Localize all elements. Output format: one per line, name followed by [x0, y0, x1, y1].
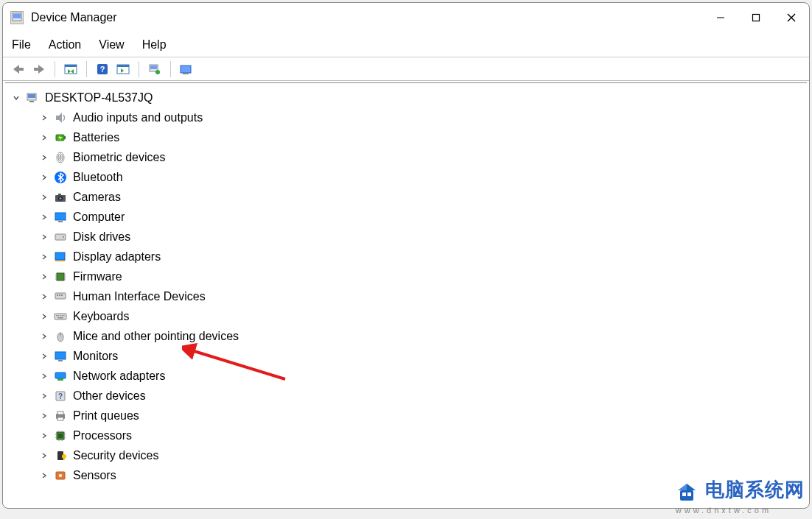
help-button[interactable]: ?: [93, 61, 112, 77]
action-button[interactable]: [113, 61, 133, 77]
device-tree[interactable]: DESKTOP-4L537JQ Audio inputs and outputs…: [5, 83, 807, 506]
svg-rect-84: [63, 456, 64, 460]
tree-item-label: Network adapters: [73, 370, 165, 383]
svg-text:?: ?: [58, 392, 63, 400]
tree-item-hid[interactable]: Human Interface Devices: [11, 286, 807, 306]
svg-rect-20: [181, 66, 191, 73]
tree-item-label: Computer: [73, 211, 125, 224]
chevron-right-icon[interactable]: [39, 152, 49, 163]
chevron-right-icon[interactable]: [39, 212, 49, 222]
svg-rect-63: [55, 352, 66, 359]
menu-view[interactable]: View: [99, 38, 124, 52]
svg-rect-56: [58, 315, 60, 317]
tree-item-mice[interactable]: Mice and other pointing devices: [11, 326, 807, 346]
chevron-right-icon[interactable]: [39, 232, 49, 242]
chevron-down-icon[interactable]: [11, 93, 21, 103]
svg-rect-43: [57, 273, 64, 280]
svg-rect-15: [117, 65, 129, 67]
nav-back-button[interactable]: [9, 61, 28, 77]
menubar: File Action View Help: [3, 32, 809, 57]
tree-root-row[interactable]: DESKTOP-4L537JQ: [11, 88, 807, 107]
chevron-right-icon[interactable]: [39, 272, 49, 282]
monitor-icon: [54, 350, 67, 363]
tree-item-monitors[interactable]: Monitors: [11, 346, 807, 366]
toolbar: ?: [3, 57, 809, 81]
camera-icon: [54, 191, 67, 204]
svg-rect-9: [65, 65, 77, 67]
sensor-icon: [54, 469, 67, 482]
chevron-right-icon[interactable]: [39, 252, 49, 262]
tree-item-label: Monitors: [73, 350, 118, 363]
content-area: DESKTOP-4L537JQ Audio inputs and outputs…: [5, 82, 807, 506]
svg-marker-25: [56, 113, 62, 123]
cpu-icon: [54, 429, 67, 442]
tree-item-label: Security devices: [73, 449, 159, 462]
svg-point-40: [63, 236, 64, 238]
chevron-right-icon[interactable]: [39, 470, 49, 481]
tree-item-batteries[interactable]: Batteries: [11, 127, 807, 147]
tree-item-security-devices[interactable]: Security devices: [11, 445, 807, 465]
chevron-right-icon[interactable]: [39, 113, 49, 123]
tree-item-keyboards[interactable]: Keyboards: [11, 306, 807, 326]
keyboard-icon: [54, 310, 67, 323]
chevron-right-icon[interactable]: [39, 351, 49, 361]
maximize-button[interactable]: [738, 3, 774, 32]
svg-marker-16: [121, 68, 124, 73]
svg-rect-51: [57, 294, 58, 296]
chevron-right-icon[interactable]: [39, 431, 49, 441]
svg-rect-1: [13, 14, 21, 18]
tree-item-firmware[interactable]: Firmware: [11, 266, 807, 286]
chevron-right-icon[interactable]: [39, 331, 49, 342]
menu-file[interactable]: File: [12, 38, 31, 52]
chevron-right-icon[interactable]: [39, 133, 49, 143]
chevron-right-icon[interactable]: [39, 371, 49, 381]
menu-help[interactable]: Help: [142, 38, 167, 52]
chevron-right-icon[interactable]: [39, 292, 49, 302]
tree-item-cameras[interactable]: Cameras: [11, 187, 807, 207]
svg-marker-7: [34, 65, 44, 74]
svg-rect-36: [58, 194, 61, 196]
chevron-right-icon[interactable]: [39, 311, 49, 322]
tree-item-label: Mice and other pointing devices: [73, 330, 239, 343]
tree-item-label: Bluetooth: [73, 171, 123, 184]
tree-item-biometric[interactable]: Biometric devices: [11, 147, 807, 167]
chevron-right-icon[interactable]: [39, 172, 49, 183]
nav-forward-button[interactable]: [29, 61, 49, 77]
tree-item-label: Disk drives: [73, 230, 130, 244]
tree-item-computer[interactable]: Computer: [11, 207, 807, 227]
titlebar: Device Manager: [3, 3, 809, 32]
svg-rect-18: [150, 66, 157, 69]
svg-rect-27: [64, 136, 66, 139]
chip-icon: [54, 270, 67, 283]
svg-rect-37: [55, 213, 66, 220]
add-legacy-hardware-button[interactable]: [177, 61, 196, 77]
tree-item-audio[interactable]: Audio inputs and outputs: [11, 107, 807, 127]
battery-icon: [54, 131, 67, 144]
chevron-right-icon[interactable]: [39, 411, 49, 421]
minimize-button[interactable]: [703, 3, 738, 32]
tree-item-other-devices[interactable]: ? Other devices: [11, 386, 807, 406]
chevron-right-icon[interactable]: [39, 391, 49, 401]
tree-item-print-queues[interactable]: Print queues: [11, 406, 807, 426]
tree-item-label: Batteries: [73, 131, 119, 144]
tree-item-label: Print queues: [73, 409, 139, 423]
tree-item-processors[interactable]: Processors: [11, 426, 807, 445]
tree-item-label: Processors: [73, 429, 132, 442]
scan-hardware-button[interactable]: [145, 61, 164, 77]
svg-rect-41: [55, 253, 65, 260]
menu-action[interactable]: Action: [49, 38, 81, 52]
close-button[interactable]: [774, 3, 809, 32]
svg-point-86: [59, 474, 62, 477]
tree-item-disk-drives[interactable]: Disk drives: [11, 227, 807, 247]
tree-item-network[interactable]: Network adapters: [11, 366, 807, 386]
tree-item-sensors[interactable]: Sensors: [11, 465, 807, 485]
tree-item-bluetooth[interactable]: Bluetooth: [11, 167, 807, 187]
mouse-icon: [54, 330, 67, 343]
svg-point-35: [60, 197, 62, 200]
show-hide-console-tree-button[interactable]: [61, 61, 80, 77]
svg-text:?: ?: [100, 65, 105, 74]
chevron-right-icon[interactable]: [39, 192, 49, 202]
svg-rect-52: [59, 294, 60, 296]
chevron-right-icon[interactable]: [39, 451, 49, 461]
tree-item-display-adapters[interactable]: Display adapters: [11, 247, 807, 266]
